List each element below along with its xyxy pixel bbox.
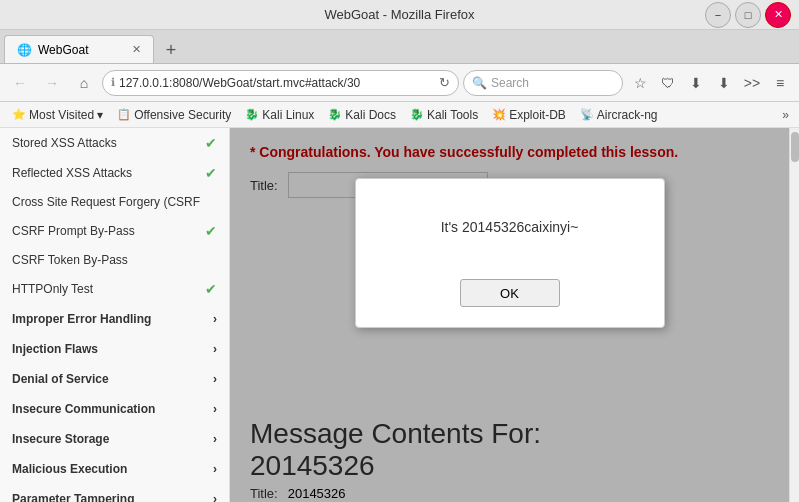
bookmark-aircrack-ng[interactable]: 📡 Aircrack-ng — [574, 106, 664, 124]
reflected-xss-check-icon: ✔ — [205, 165, 217, 181]
bookmarks-more-button[interactable]: » — [778, 106, 793, 124]
sidebar-section-injection-flaws[interactable]: Injection Flaws › — [0, 334, 229, 364]
exploit-db-icon: 💥 — [492, 108, 506, 121]
injection-flaws-arrow-icon: › — [213, 342, 217, 356]
insecure-comm-label: Insecure Communication — [12, 402, 155, 416]
reload-button[interactable]: ↻ — [439, 75, 450, 90]
httponly-label: HTTPOnly Test — [12, 282, 93, 296]
bookmark-kali-tools[interactable]: 🐉 Kali Tools — [404, 106, 484, 124]
extras-button[interactable]: >> — [739, 70, 765, 96]
sidebar-section-denial-of-service[interactable]: Denial of Service › — [0, 364, 229, 394]
lock-icon: ℹ — [111, 76, 115, 89]
bookmark-aircrack-ng-label: Aircrack-ng — [597, 108, 658, 122]
injection-flaws-label: Injection Flaws — [12, 342, 98, 356]
insecure-storage-label: Insecure Storage — [12, 432, 109, 446]
forward-button[interactable]: → — [38, 69, 66, 97]
sidebar-section-param-tampering[interactable]: Parameter Tampering › — [0, 484, 229, 502]
csrf-prompt-check-icon: ✔ — [205, 223, 217, 239]
csrf-prompt-label: CSRF Prompt By-Pass — [12, 224, 135, 238]
denial-of-service-arrow-icon: › — [213, 372, 217, 386]
address-bar[interactable]: ℹ 127.0.0.1:8080/WebGoat/start.mvc#attac… — [102, 70, 459, 96]
back-button[interactable]: ← — [6, 69, 34, 97]
sidebar-item-stored-xss[interactable]: Stored XSS Attacks ✔ — [0, 128, 229, 158]
bookmark-most-visited-label: Most Visited — [29, 108, 94, 122]
aircrack-ng-icon: 📡 — [580, 108, 594, 121]
window-title: WebGoat - Mozilla Firefox — [324, 7, 474, 22]
nav-extras: ☆ 🛡 ⬇ ⬇ >> ≡ — [627, 70, 793, 96]
search-placeholder: Search — [491, 76, 529, 90]
sidebar-section-improper-error[interactable]: Improper Error Handling › — [0, 304, 229, 334]
star-button[interactable]: ☆ — [627, 70, 653, 96]
malicious-exec-label: Malicious Execution — [12, 462, 127, 476]
new-tab-button[interactable]: + — [158, 37, 184, 63]
scroll-thumb[interactable] — [791, 132, 799, 162]
nav-bar: ← → ⌂ ℹ 127.0.0.1:8080/WebGoat/start.mvc… — [0, 64, 799, 102]
sidebar-section-malicious-exec[interactable]: Malicious Execution › — [0, 454, 229, 484]
download-button[interactable]: ⬇ — [711, 70, 737, 96]
address-text: 127.0.0.1:8080/WebGoat/start.mvc#attack/… — [119, 76, 435, 90]
bookmark-offensive-security[interactable]: 📋 Offensive Security — [111, 106, 237, 124]
alert-modal: It's 20145326caixinyi~ OK — [355, 178, 665, 328]
search-icon: 🔍 — [472, 76, 487, 90]
modal-footer: OK — [376, 279, 644, 307]
close-button[interactable]: ✕ — [765, 2, 791, 28]
main-area: Stored XSS Attacks ✔ Reflected XSS Attac… — [0, 128, 799, 502]
improper-error-label: Improper Error Handling — [12, 312, 151, 326]
kali-linux-icon: 🐉 — [245, 108, 259, 121]
bookmark-kali-linux[interactable]: 🐉 Kali Linux — [239, 106, 320, 124]
bookmark-offensive-security-label: Offensive Security — [134, 108, 231, 122]
window-controls: − □ ✕ — [705, 2, 791, 28]
insecure-storage-arrow-icon: › — [213, 432, 217, 446]
param-tampering-label: Parameter Tampering — [12, 492, 135, 502]
maximize-button[interactable]: □ — [735, 2, 761, 28]
bookmarks-bar: ⭐ Most Visited ▾ 📋 Offensive Security 🐉 … — [0, 102, 799, 128]
pocket-button[interactable]: ⬇ — [683, 70, 709, 96]
tab-bar: 🌐 WebGoat ✕ + — [0, 30, 799, 64]
sidebar-item-csrf-prompt[interactable]: CSRF Prompt By-Pass ✔ — [0, 216, 229, 246]
sidebar-item-reflected-xss[interactable]: Reflected XSS Attacks ✔ — [0, 158, 229, 188]
sidebar-item-httponly[interactable]: HTTPOnly Test ✔ — [0, 274, 229, 304]
bookmark-kali-linux-label: Kali Linux — [262, 108, 314, 122]
improper-error-arrow-icon: › — [213, 312, 217, 326]
search-bar[interactable]: 🔍 Search — [463, 70, 623, 96]
sidebar: Stored XSS Attacks ✔ Reflected XSS Attac… — [0, 128, 230, 502]
chevron-down-icon: ▾ — [97, 108, 103, 122]
most-visited-icon: ⭐ — [12, 108, 26, 121]
sidebar-item-csrf[interactable]: Cross Site Request Forgery (CSRF — [0, 188, 229, 216]
active-tab[interactable]: 🌐 WebGoat ✕ — [4, 35, 154, 63]
stored-xss-label: Stored XSS Attacks — [12, 136, 117, 150]
sidebar-section-insecure-storage[interactable]: Insecure Storage › — [0, 424, 229, 454]
csrf-label: Cross Site Request Forgery (CSRF — [12, 195, 200, 209]
denial-of-service-label: Denial of Service — [12, 372, 109, 386]
sidebar-section-insecure-comm[interactable]: Insecure Communication › — [0, 394, 229, 424]
tab-close-button[interactable]: ✕ — [132, 43, 141, 56]
sidebar-item-csrf-token[interactable]: CSRF Token By-Pass — [0, 246, 229, 274]
kali-tools-icon: 🐉 — [410, 108, 424, 121]
param-tampering-arrow-icon: › — [213, 492, 217, 502]
bookmark-kali-docs[interactable]: 🐉 Kali Docs — [322, 106, 402, 124]
reflected-xss-label: Reflected XSS Attacks — [12, 166, 132, 180]
kali-docs-icon: 🐉 — [328, 108, 342, 121]
bookmark-kali-docs-label: Kali Docs — [345, 108, 396, 122]
offensive-security-icon: 📋 — [117, 108, 131, 121]
httponly-check-icon: ✔ — [205, 281, 217, 297]
modal-ok-button[interactable]: OK — [460, 279, 560, 307]
shield-button[interactable]: 🛡 — [655, 70, 681, 96]
home-button[interactable]: ⌂ — [70, 69, 98, 97]
minimize-button[interactable]: − — [705, 2, 731, 28]
modal-overlay: It's 20145326caixinyi~ OK — [230, 128, 789, 502]
tab-label: WebGoat — [38, 43, 88, 57]
csrf-token-label: CSRF Token By-Pass — [12, 253, 128, 267]
modal-message: It's 20145326caixinyi~ — [376, 199, 644, 255]
malicious-exec-arrow-icon: › — [213, 462, 217, 476]
tab-favicon: 🌐 — [17, 43, 32, 57]
scrollbar[interactable] — [789, 128, 799, 502]
insecure-comm-arrow-icon: › — [213, 402, 217, 416]
bookmark-most-visited[interactable]: ⭐ Most Visited ▾ — [6, 106, 109, 124]
bookmark-exploit-db-label: Exploit-DB — [509, 108, 566, 122]
menu-button[interactable]: ≡ — [767, 70, 793, 96]
title-bar: WebGoat - Mozilla Firefox − □ ✕ — [0, 0, 799, 30]
content-area: * Congratulations. You have successfully… — [230, 128, 789, 502]
stored-xss-check-icon: ✔ — [205, 135, 217, 151]
bookmark-exploit-db[interactable]: 💥 Exploit-DB — [486, 106, 572, 124]
